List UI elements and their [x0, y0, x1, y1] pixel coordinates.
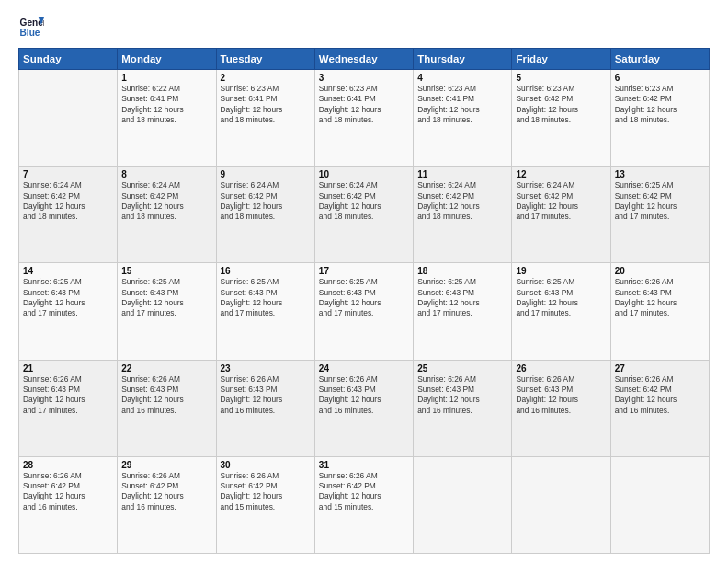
- day-number: 5: [516, 73, 606, 83]
- calendar-week-2: 7Sunrise: 6:24 AM Sunset: 6:42 PM Daylig…: [19, 167, 710, 263]
- calendar-week-1: 1Sunrise: 6:22 AM Sunset: 6:41 PM Daylig…: [19, 70, 710, 167]
- day-number: 4: [417, 73, 507, 83]
- day-info: Sunrise: 6:26 AM Sunset: 6:43 PM Dayligh…: [319, 374, 409, 416]
- day-info: Sunrise: 6:24 AM Sunset: 6:42 PM Dayligh…: [319, 180, 409, 222]
- calendar-cell: 29Sunrise: 6:26 AM Sunset: 6:42 PM Dayli…: [118, 456, 216, 553]
- day-info: Sunrise: 6:26 AM Sunset: 6:42 PM Dayligh…: [615, 374, 705, 416]
- day-number: 8: [121, 169, 211, 179]
- header: General Blue: [18, 15, 710, 40]
- logo: General Blue: [18, 15, 50, 40]
- day-number: 27: [615, 363, 705, 373]
- calendar-cell: [610, 456, 709, 553]
- day-number: 26: [516, 363, 606, 373]
- day-number: 16: [221, 266, 311, 276]
- day-number: 17: [319, 266, 409, 276]
- day-number: 31: [319, 460, 409, 470]
- calendar-cell: 2Sunrise: 6:23 AM Sunset: 6:41 PM Daylig…: [216, 70, 314, 167]
- day-info: Sunrise: 6:24 AM Sunset: 6:42 PM Dayligh…: [516, 180, 606, 222]
- day-number: 12: [516, 169, 606, 179]
- day-number: 20: [615, 266, 705, 276]
- calendar-cell: 20Sunrise: 6:26 AM Sunset: 6:43 PM Dayli…: [610, 263, 709, 360]
- calendar-cell: 23Sunrise: 6:26 AM Sunset: 6:43 PM Dayli…: [216, 360, 314, 456]
- calendar-cell: [414, 456, 512, 553]
- calendar-cell: 27Sunrise: 6:26 AM Sunset: 6:42 PM Dayli…: [610, 360, 709, 456]
- day-number: 28: [23, 460, 113, 470]
- day-number: 24: [319, 363, 409, 373]
- calendar-cell: 26Sunrise: 6:26 AM Sunset: 6:43 PM Dayli…: [512, 360, 610, 456]
- day-number: 25: [417, 363, 507, 373]
- day-info: Sunrise: 6:22 AM Sunset: 6:41 PM Dayligh…: [121, 84, 211, 125]
- calendar-cell: 15Sunrise: 6:25 AM Sunset: 6:43 PM Dayli…: [118, 263, 216, 360]
- calendar-cell: 3Sunrise: 6:23 AM Sunset: 6:41 PM Daylig…: [314, 70, 413, 167]
- day-number: 22: [121, 363, 211, 373]
- day-info: Sunrise: 6:23 AM Sunset: 6:42 PM Dayligh…: [516, 84, 606, 125]
- weekday-header-saturday: Saturday: [610, 49, 709, 70]
- calendar-cell: 17Sunrise: 6:25 AM Sunset: 6:43 PM Dayli…: [314, 263, 413, 360]
- day-number: 18: [417, 266, 507, 276]
- day-info: Sunrise: 6:25 AM Sunset: 6:43 PM Dayligh…: [516, 277, 606, 318]
- day-info: Sunrise: 6:23 AM Sunset: 6:41 PM Dayligh…: [221, 84, 311, 125]
- day-info: Sunrise: 6:25 AM Sunset: 6:43 PM Dayligh…: [319, 277, 409, 318]
- day-number: 23: [221, 363, 311, 373]
- day-info: Sunrise: 6:23 AM Sunset: 6:42 PM Dayligh…: [615, 84, 705, 125]
- calendar-cell: 19Sunrise: 6:25 AM Sunset: 6:43 PM Dayli…: [512, 263, 610, 360]
- day-number: 11: [417, 169, 507, 179]
- day-number: 15: [121, 266, 211, 276]
- day-number: 9: [221, 169, 311, 179]
- weekday-header-sunday: Sunday: [19, 49, 118, 70]
- day-number: 1: [121, 73, 211, 83]
- calendar-cell: [512, 456, 610, 553]
- calendar-cell: 13Sunrise: 6:25 AM Sunset: 6:42 PM Dayli…: [610, 167, 709, 263]
- day-info: Sunrise: 6:25 AM Sunset: 6:43 PM Dayligh…: [23, 277, 113, 318]
- weekday-header-monday: Monday: [118, 49, 216, 70]
- day-info: Sunrise: 6:23 AM Sunset: 6:41 PM Dayligh…: [417, 84, 507, 125]
- calendar-week-3: 14Sunrise: 6:25 AM Sunset: 6:43 PM Dayli…: [19, 263, 710, 360]
- calendar-cell: 10Sunrise: 6:24 AM Sunset: 6:42 PM Dayli…: [314, 167, 413, 263]
- calendar-week-4: 21Sunrise: 6:26 AM Sunset: 6:43 PM Dayli…: [19, 360, 710, 456]
- day-info: Sunrise: 6:26 AM Sunset: 6:42 PM Dayligh…: [121, 471, 211, 512]
- weekday-row: SundayMondayTuesdayWednesdayThursdayFrid…: [19, 49, 710, 70]
- day-info: Sunrise: 6:26 AM Sunset: 6:43 PM Dayligh…: [121, 374, 211, 416]
- day-info: Sunrise: 6:26 AM Sunset: 6:42 PM Dayligh…: [23, 471, 113, 512]
- calendar-page: General Blue SundayMondayTuesdayWednesda…: [0, 0, 728, 563]
- calendar-cell: 21Sunrise: 6:26 AM Sunset: 6:43 PM Dayli…: [19, 360, 118, 456]
- day-number: 13: [615, 169, 705, 179]
- logo-icon: General Blue: [18, 15, 44, 40]
- calendar-cell: 9Sunrise: 6:24 AM Sunset: 6:42 PM Daylig…: [216, 167, 314, 263]
- day-info: Sunrise: 6:24 AM Sunset: 6:42 PM Dayligh…: [417, 180, 507, 222]
- day-number: 3: [319, 73, 409, 83]
- calendar-table: SundayMondayTuesdayWednesdayThursdayFrid…: [18, 48, 710, 554]
- calendar-body: 1Sunrise: 6:22 AM Sunset: 6:41 PM Daylig…: [19, 70, 710, 554]
- weekday-header-wednesday: Wednesday: [314, 49, 413, 70]
- day-info: Sunrise: 6:26 AM Sunset: 6:42 PM Dayligh…: [221, 471, 311, 512]
- calendar-cell: 4Sunrise: 6:23 AM Sunset: 6:41 PM Daylig…: [414, 70, 512, 167]
- day-number: 6: [615, 73, 705, 83]
- weekday-header-tuesday: Tuesday: [216, 49, 314, 70]
- weekday-header-friday: Friday: [512, 49, 610, 70]
- calendar-cell: 30Sunrise: 6:26 AM Sunset: 6:42 PM Dayli…: [216, 456, 314, 553]
- day-info: Sunrise: 6:25 AM Sunset: 6:43 PM Dayligh…: [221, 277, 311, 318]
- day-number: 21: [23, 363, 113, 373]
- calendar-cell: 22Sunrise: 6:26 AM Sunset: 6:43 PM Dayli…: [118, 360, 216, 456]
- day-info: Sunrise: 6:26 AM Sunset: 6:43 PM Dayligh…: [417, 374, 507, 416]
- day-info: Sunrise: 6:26 AM Sunset: 6:43 PM Dayligh…: [23, 374, 113, 416]
- day-info: Sunrise: 6:26 AM Sunset: 6:43 PM Dayligh…: [516, 374, 606, 416]
- calendar-cell: 8Sunrise: 6:24 AM Sunset: 6:42 PM Daylig…: [118, 167, 216, 263]
- day-info: Sunrise: 6:25 AM Sunset: 6:43 PM Dayligh…: [121, 277, 211, 318]
- day-number: 2: [221, 73, 311, 83]
- day-number: 14: [23, 266, 113, 276]
- calendar-cell: 1Sunrise: 6:22 AM Sunset: 6:41 PM Daylig…: [118, 70, 216, 167]
- calendar-cell: 16Sunrise: 6:25 AM Sunset: 6:43 PM Dayli…: [216, 263, 314, 360]
- calendar-cell: 12Sunrise: 6:24 AM Sunset: 6:42 PM Dayli…: [512, 167, 610, 263]
- svg-text:Blue: Blue: [20, 28, 40, 38]
- day-number: 29: [121, 460, 211, 470]
- weekday-header-thursday: Thursday: [414, 49, 512, 70]
- calendar-cell: 24Sunrise: 6:26 AM Sunset: 6:43 PM Dayli…: [314, 360, 413, 456]
- calendar-cell: 5Sunrise: 6:23 AM Sunset: 6:42 PM Daylig…: [512, 70, 610, 167]
- day-number: 30: [221, 460, 311, 470]
- calendar-week-5: 28Sunrise: 6:26 AM Sunset: 6:42 PM Dayli…: [19, 456, 710, 553]
- day-info: Sunrise: 6:23 AM Sunset: 6:41 PM Dayligh…: [319, 84, 409, 125]
- calendar-cell: 6Sunrise: 6:23 AM Sunset: 6:42 PM Daylig…: [610, 70, 709, 167]
- day-info: Sunrise: 6:24 AM Sunset: 6:42 PM Dayligh…: [221, 180, 311, 222]
- calendar-cell: 11Sunrise: 6:24 AM Sunset: 6:42 PM Dayli…: [414, 167, 512, 263]
